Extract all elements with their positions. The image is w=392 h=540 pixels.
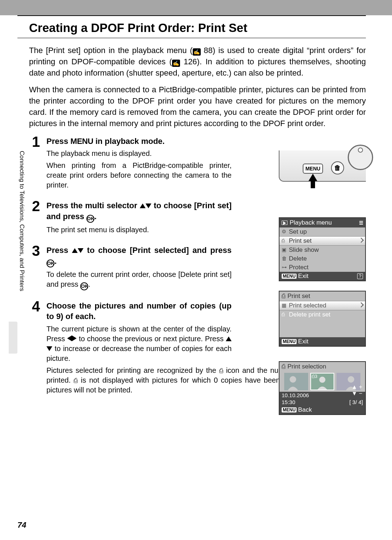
intro-paragraph-1: The [Print set] option in the playback m…	[29, 45, 366, 79]
ok-button-icon: OK	[46, 259, 54, 267]
intro-text: The [Print set] option in the playback m…	[29, 46, 193, 55]
text: Slide show	[289, 246, 319, 253]
printer-icon	[219, 366, 223, 374]
down-triangle-icon	[146, 203, 151, 208]
rule-top	[17, 15, 366, 16]
step-number: 4	[32, 299, 46, 314]
rule-bottom	[17, 38, 366, 38]
slideshow-icon: ▣	[282, 247, 286, 253]
menu-badge-icon: MENU	[282, 407, 297, 412]
text: to increase or decrease the number of co…	[46, 344, 232, 362]
intro-ref-88: 88	[204, 46, 212, 55]
camera-arrow-icon	[309, 174, 317, 181]
down-minus-icon: ▼ −	[351, 390, 362, 397]
printer-icon: ⎙3	[312, 374, 317, 379]
down-triangle-icon	[46, 346, 52, 351]
svg-point-5	[348, 376, 354, 383]
lcd2-title: Print set	[287, 293, 310, 300]
reference-icon: ✍	[172, 60, 180, 67]
svg-rect-0	[284, 373, 308, 390]
lcd1-row-printset: ⎙Print set	[279, 236, 365, 246]
thumb-prev	[284, 373, 308, 390]
play-icon	[282, 221, 287, 225]
camera-body: MENU 🗑	[279, 150, 366, 182]
text: Press the multi selector	[46, 201, 140, 210]
text: Delete	[289, 255, 307, 262]
down-triangle-icon	[78, 248, 83, 253]
printer-icon: ⎙	[282, 238, 285, 243]
lcd1-row-protect: ⊶Protect	[279, 263, 365, 272]
up-plus-icon: ▲ +	[351, 384, 362, 390]
lcd1-footer: MENU Exit ?	[279, 272, 365, 281]
lcd2-header: ⎙ Print set	[279, 291, 365, 301]
step-4-content: Choose the pictures and number of copies…	[46, 299, 232, 363]
side-tab	[9, 322, 17, 354]
lcd2-row-printselected: ▦Print selected	[279, 301, 365, 310]
menu-label-icon: MENU	[70, 137, 93, 146]
page-title: Creating a DPOF Print Order: Print Set	[29, 21, 366, 35]
thumbnails-icon: ▦	[282, 302, 286, 308]
copies-count: 3	[315, 374, 317, 379]
step-1-body-2: When printing from a PictBridge-compatib…	[46, 161, 232, 190]
lcd-playback-menu: Playback menu ⚙Set up ⎙Print set ▣Slide …	[279, 217, 366, 281]
ok-button-icon: OK	[86, 215, 94, 223]
text: in playback mode.	[93, 137, 165, 146]
text: Print set	[289, 237, 311, 244]
menu-badge-icon: MENU	[282, 274, 297, 279]
menu-bars-icon	[359, 221, 363, 225]
text: Press	[46, 137, 70, 146]
step-2-heading: Press the multi selector to choose [Prin…	[46, 200, 232, 223]
page-number: 74	[17, 520, 26, 530]
step-1-body-1: The playback menu is displayed.	[46, 149, 232, 158]
step-1-heading: Press MENU in playback mode.	[46, 136, 232, 147]
lcd2-footer: MENU Exit	[279, 337, 365, 346]
camera-trash-button: 🗑	[331, 161, 344, 174]
section-sidebar-label: Connecting to Televisions, Computers, an…	[17, 151, 25, 322]
step-number: 3	[32, 243, 46, 258]
step-2-body: The print set menu is displayed.	[46, 225, 232, 235]
lcd2-row-deleteprintset: ⎙Delete print set	[279, 310, 365, 319]
svg-point-3	[319, 376, 326, 383]
printer-icon: ⎙	[282, 363, 285, 370]
step-4-body-1: The current picture is shown at the cent…	[46, 324, 232, 363]
up-triangle-icon	[72, 248, 78, 253]
step-3-content: Press to choose [Print selected] and pre…	[46, 243, 232, 290]
text: Delete print set	[289, 311, 330, 318]
text: Press	[46, 246, 72, 255]
text: to choose [Print selected] and press	[83, 246, 232, 255]
text: Set up	[289, 228, 307, 235]
lcd1-header: Playback menu	[279, 218, 365, 227]
trash-icon: 🗑	[282, 255, 287, 261]
reference-icon: ✍	[193, 48, 201, 56]
lcd3-time: 15:30	[282, 399, 295, 405]
lcd3-footer: MENU Back	[279, 406, 365, 414]
lcd3-time-row: 15:30 [ 3/ 4]	[279, 399, 365, 406]
printer-icon	[74, 376, 78, 384]
lcd2-exit: Exit	[298, 338, 308, 345]
left-triangle-icon	[67, 335, 72, 341]
step-4-heading: Choose the pictures and number of copies…	[46, 301, 232, 322]
lcd1-title: Playback menu	[290, 219, 332, 226]
page: Creating a DPOF Print Order: Print Set T…	[0, 0, 392, 540]
lcd1-row-slideshow: ▣Slide show	[279, 246, 365, 254]
lcd1-exit: Exit	[298, 273, 308, 280]
step-2-content: Press the multi selector to choose [Prin…	[46, 199, 232, 235]
lcd3-arrows: ▲ + ▼ −	[351, 384, 362, 396]
setup-icon: ⚙	[282, 229, 286, 234]
step-number: 2	[32, 199, 46, 213]
lcd3-header: ⎙ Print selection	[279, 362, 365, 371]
menu-badge-icon: MENU	[282, 339, 297, 344]
protect-icon: ⊶	[282, 264, 287, 270]
lcd3-back: Back	[298, 406, 312, 414]
lcd-print-selection: ⎙ Print selection ⎙3 ▲ + ▼ − 10.10.2006 …	[279, 361, 366, 415]
lcd1-row-setup: ⚙Set up	[279, 227, 365, 236]
printer-icon: ⎙	[282, 311, 285, 317]
step-1-content: Press MENU in playback mode. The playbac…	[46, 134, 232, 190]
lcd3-title: Print selection	[287, 363, 326, 370]
step-number: 1	[32, 134, 46, 149]
right-triangle-icon	[72, 335, 77, 341]
help-icon: ?	[357, 273, 363, 279]
text: to choose the previous or next picture. …	[77, 335, 226, 343]
lcd1-row-delete: 🗑Delete	[279, 254, 365, 263]
text: Print selected	[289, 302, 326, 309]
